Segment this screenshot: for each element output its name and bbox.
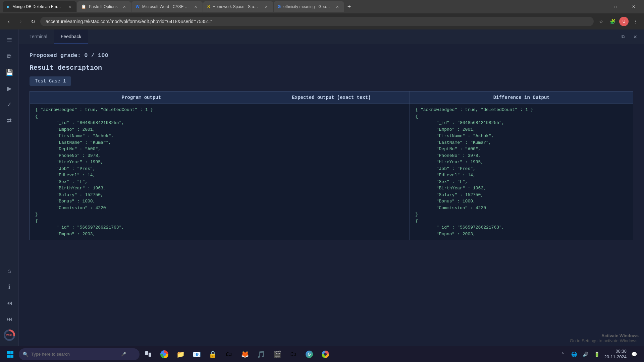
browser-tab-3[interactable]: W Microsoft Word - CASE STUDY ✕ bbox=[131, 1, 202, 12]
svg-rect-5 bbox=[149, 353, 151, 357]
address-bar: ‹ › ↻ ☆ 🧩 U ⋮ bbox=[0, 13, 644, 29]
sidebar-icon-swap[interactable]: ⇄ bbox=[3, 114, 16, 127]
tab2-close[interactable]: ✕ bbox=[121, 4, 127, 9]
sidebar-icon-menu[interactable]: ☰ bbox=[3, 34, 16, 47]
sidebar-icon-back[interactable]: ⏮ bbox=[3, 296, 16, 310]
content-area: Proposed grade: 0 / 100 Result descripti… bbox=[19, 44, 644, 362]
taskbar-icon-spotify[interactable]: 🎵 bbox=[254, 348, 268, 361]
taskbar-icon-apps[interactable]: 🗂 bbox=[221, 348, 236, 361]
diff-output-cell: { "acknowledged" : true, "deletedCount" … bbox=[410, 104, 633, 240]
taskbar-icon-vlc[interactable]: 🎬 bbox=[270, 348, 284, 361]
svg-rect-1 bbox=[10, 351, 13, 354]
sidebar: ☰ ⧉ 💾 ▶ ✓ ⇄ ⌂ ℹ ⏮ ⏭ 28% ⚙ bbox=[0, 29, 19, 362]
activate-line2: Go to Settings to activate Windows. bbox=[570, 338, 639, 343]
tab-feedback[interactable]: Feedback bbox=[54, 29, 88, 44]
tab1-favicon: ▶ bbox=[7, 4, 10, 9]
tab3-favicon: W bbox=[136, 4, 139, 9]
network-icon[interactable]: 🌐 bbox=[570, 350, 579, 359]
chevron-up-icon[interactable]: ^ bbox=[558, 350, 568, 359]
date-display: 20-11-2024 bbox=[604, 354, 627, 360]
taskbar-icon-lock[interactable]: 🔒 bbox=[205, 348, 220, 361]
time-display: 08:38 bbox=[604, 349, 627, 354]
svg-rect-0 bbox=[7, 351, 10, 354]
tab4-close[interactable]: ✕ bbox=[264, 4, 269, 9]
extension-icon[interactable]: 🧩 bbox=[608, 17, 617, 26]
sidebar-icon-info[interactable]: ℹ bbox=[3, 280, 16, 294]
col-diff-header: Difference in Output bbox=[410, 92, 633, 104]
tab5-close[interactable]: ✕ bbox=[334, 4, 340, 9]
microphone-icon[interactable]: 🎤 bbox=[121, 352, 126, 357]
tab3-close[interactable]: ✕ bbox=[193, 4, 199, 9]
tab-terminal[interactable]: Terminal bbox=[23, 29, 54, 44]
task-view-button[interactable] bbox=[141, 348, 156, 361]
profile-icon[interactable]: U bbox=[619, 17, 629, 26]
new-tab-button[interactable]: + bbox=[344, 2, 354, 11]
browser-tab-5[interactable]: G ethnicity meaning - Google Se... ✕ bbox=[274, 1, 344, 12]
start-button[interactable] bbox=[3, 348, 17, 361]
tab4-favicon: S bbox=[207, 4, 210, 9]
sidebar-icon-home[interactable]: ⌂ bbox=[3, 264, 16, 278]
tab1-label: Mongo DB Delete an Employee... bbox=[12, 4, 63, 9]
notification-icon[interactable]: 💬 bbox=[629, 350, 639, 359]
clock[interactable]: 08:38 20-11-2024 bbox=[604, 349, 627, 360]
app-tabs-bar: Terminal Feedback ⧉ ✕ bbox=[19, 29, 644, 44]
sidebar-icon-progress[interactable]: 28% bbox=[3, 328, 16, 342]
sidebar-icon-save[interactable]: 💾 bbox=[3, 66, 16, 79]
window-restore-button[interactable]: □ bbox=[608, 1, 623, 12]
tab-popout-button[interactable]: ⧉ bbox=[619, 32, 628, 42]
tab5-label: ethnicity meaning - Google Se... bbox=[283, 4, 330, 9]
window-minimize-button[interactable]: – bbox=[590, 1, 605, 12]
taskbar-search[interactable]: 🔍 🎤 bbox=[19, 348, 140, 360]
taskbar-icon-explorer[interactable]: 📁 bbox=[173, 348, 188, 361]
svg-rect-4 bbox=[145, 351, 148, 355]
forward-button[interactable]: › bbox=[16, 17, 25, 26]
svg-rect-2 bbox=[7, 355, 10, 358]
app-container: ☰ ⧉ 💾 ▶ ✓ ⇄ ⌂ ℹ ⏮ ⏭ 28% ⚙ Terminal Feedb… bbox=[0, 29, 644, 362]
taskbar-icon-files[interactable]: 🗂 bbox=[286, 348, 301, 361]
browser-tab-4[interactable]: S Homework Space - StudyX ✕ bbox=[203, 1, 273, 12]
browser-tab-2[interactable]: 📋 Paste It Options ✕ bbox=[77, 1, 131, 12]
bookmark-icon[interactable]: ☆ bbox=[596, 17, 606, 26]
activate-line1: Activate Windows bbox=[570, 333, 639, 338]
expected-output-cell bbox=[253, 104, 410, 240]
tab2-favicon: 📋 bbox=[81, 4, 86, 9]
taskbar-icon-email[interactable]: 📧 bbox=[189, 348, 204, 361]
svg-rect-3 bbox=[10, 355, 13, 358]
tab-close-button[interactable]: ✕ bbox=[631, 32, 640, 42]
search-input[interactable] bbox=[31, 352, 118, 357]
program-output-cell: { "acknowledged" : true, "deletedCount" … bbox=[30, 104, 253, 240]
taskbar-icon-firefox[interactable]: 🦊 bbox=[237, 348, 252, 361]
browser-chrome: ▶ Mongo DB Delete an Employee... ✕ 📋 Pas… bbox=[0, 0, 644, 29]
tab5-favicon: G bbox=[278, 4, 281, 9]
progress-badge: 28% bbox=[4, 329, 15, 341]
tab-bar: ▶ Mongo DB Delete an Employee... ✕ 📋 Pas… bbox=[0, 0, 644, 13]
proposed-grade: Proposed grade: 0 / 100 bbox=[30, 52, 633, 59]
tab1-close[interactable]: ✕ bbox=[67, 4, 72, 9]
test-case-label: Test Case 1 bbox=[30, 76, 71, 86]
volume-icon[interactable]: 🔊 bbox=[581, 350, 590, 359]
back-button[interactable]: ‹ bbox=[4, 17, 13, 26]
tab4-label: Homework Space - StudyX bbox=[213, 4, 260, 9]
battery-icon[interactable]: 🔋 bbox=[592, 350, 602, 359]
search-icon: 🔍 bbox=[23, 352, 29, 357]
sidebar-icon-play[interactable]: ▶ bbox=[3, 82, 16, 95]
sidebar-icon-forward[interactable]: ⏭ bbox=[3, 312, 16, 326]
taskbar-icon-earth[interactable]: G bbox=[302, 348, 317, 361]
output-table: Program output Expected output (exact te… bbox=[30, 91, 633, 240]
reload-button[interactable]: ↻ bbox=[28, 17, 38, 26]
taskbar-icon-chrome[interactable] bbox=[157, 348, 172, 361]
col-expected-header: Expected output (exact text) bbox=[253, 92, 410, 104]
menu-icon[interactable]: ⋮ bbox=[631, 17, 640, 26]
window-close-button[interactable]: ✕ bbox=[626, 1, 641, 12]
col-program-header: Program output bbox=[30, 92, 253, 104]
tab3-label: Microsoft Word - CASE STUDY bbox=[142, 4, 189, 9]
sidebar-icon-copy[interactable]: ⧉ bbox=[3, 50, 16, 63]
taskbar-right: ^ 🌐 🔊 🔋 08:38 20-11-2024 💬 bbox=[558, 349, 642, 360]
taskbar-icon-chromium[interactable] bbox=[318, 348, 333, 361]
activate-windows: Activate Windows Go to Settings to activ… bbox=[570, 333, 639, 343]
browser-tab-1[interactable]: ▶ Mongo DB Delete an Employee... ✕ bbox=[3, 1, 76, 12]
result-description: Result description bbox=[30, 64, 633, 72]
tab2-label: Paste It Options bbox=[89, 4, 117, 9]
sidebar-icon-check[interactable]: ✓ bbox=[3, 98, 16, 111]
address-input[interactable] bbox=[40, 17, 594, 26]
